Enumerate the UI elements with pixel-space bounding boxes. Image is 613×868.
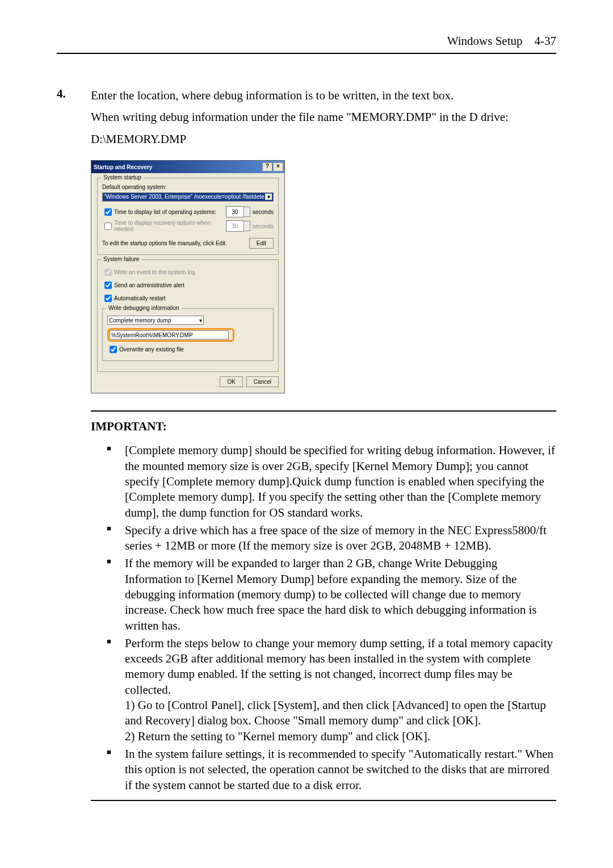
default-os-label: Default operating system:: [102, 184, 274, 190]
edit-hint: To edit the startup options file manuall…: [102, 240, 227, 246]
step-line-3: D:\MEMORY.DMP: [91, 131, 556, 148]
ok-button[interactable]: OK: [220, 376, 242, 387]
step-line-1: Enter the location, where debug informat…: [91, 87, 556, 104]
time-recovery-label: Time to display recovery options when ne…: [114, 220, 226, 232]
cancel-button[interactable]: Cancel: [246, 376, 279, 387]
group-write-debug: Write debugging information Complete mem…: [102, 308, 274, 361]
important-item: [Complete memory dump] should be specifi…: [107, 443, 555, 520]
group-write-debug-title: Write debugging information: [106, 305, 182, 311]
chevron-down-icon: ▾: [199, 317, 202, 324]
chevron-down-icon: ▾: [265, 194, 272, 200]
step-body: Enter the location, where debug informat…: [91, 87, 556, 152]
time-recovery-spinner: [226, 220, 244, 232]
default-os-value: "Windows Server 2003, Enterprise" /noexe…: [104, 194, 264, 200]
step-line-2: When writing debug information under the…: [91, 108, 556, 125]
dialog-title: Startup and Recovery: [94, 164, 152, 170]
time-list-checkbox[interactable]: [104, 208, 112, 216]
time-list-spinner[interactable]: [226, 206, 244, 217]
important-item: If the memory will be expanded to larger…: [107, 556, 555, 633]
seconds-label-2: seconds: [253, 223, 274, 229]
page-header: Windows Setup 4-37: [57, 34, 556, 54]
time-recovery-checkbox[interactable]: [104, 223, 112, 230]
time-recovery-updown: [243, 221, 250, 231]
dump-file-highlight: [107, 328, 234, 342]
edit-button[interactable]: Edit: [249, 238, 274, 249]
important-item: In the system failure settings, it is re…: [107, 747, 555, 793]
important-item: Perform the steps below to change your m…: [107, 636, 555, 744]
group-system-startup: System startup Default operating system:…: [97, 178, 279, 255]
overwrite-checkbox[interactable]: [110, 346, 117, 353]
auto-restart-label: Automatically restart: [114, 295, 166, 301]
dump-type-select[interactable]: Complete memory dump ▾: [107, 316, 204, 325]
header-page: 4-37: [535, 34, 557, 48]
dump-type-value: Complete memory dump: [109, 317, 171, 324]
send-alert-label: Send an administrative alert: [114, 282, 184, 288]
write-event-checkbox: [104, 269, 112, 276]
write-event-label: Write an event to the system log: [114, 269, 195, 275]
group-system-startup-title: System startup: [101, 174, 144, 181]
group-system-failure: System failure Write an event to the sys…: [97, 259, 279, 372]
help-icon[interactable]: ?: [262, 162, 272, 171]
dump-file-input[interactable]: [110, 330, 229, 339]
dialog-titlebar: Startup and Recovery ? ×: [91, 161, 284, 173]
time-list-label: Time to display list of operating system…: [114, 209, 226, 215]
step-number: 4.: [57, 87, 91, 101]
seconds-label-1: seconds: [253, 209, 274, 215]
close-icon[interactable]: ×: [273, 162, 283, 171]
auto-restart-checkbox[interactable]: [104, 295, 112, 302]
important-title: IMPORTANT:: [91, 420, 556, 434]
startup-recovery-dialog: Startup and Recovery ? × System startup …: [91, 160, 285, 393]
important-item: Specify a drive which has a free space o…: [107, 523, 555, 554]
group-system-failure-title: System failure: [101, 256, 141, 262]
send-alert-checkbox[interactable]: [104, 282, 112, 289]
time-list-updown[interactable]: [243, 207, 250, 217]
overwrite-label: Overwrite any existing file: [119, 346, 184, 353]
important-list: [Complete memory dump] should be specifi…: [91, 443, 556, 793]
important-box: IMPORTANT: [Complete memory dump] should…: [91, 410, 556, 801]
header-section: Windows Setup: [447, 34, 523, 48]
default-os-select[interactable]: "Windows Server 2003, Enterprise" /noexe…: [102, 192, 274, 202]
